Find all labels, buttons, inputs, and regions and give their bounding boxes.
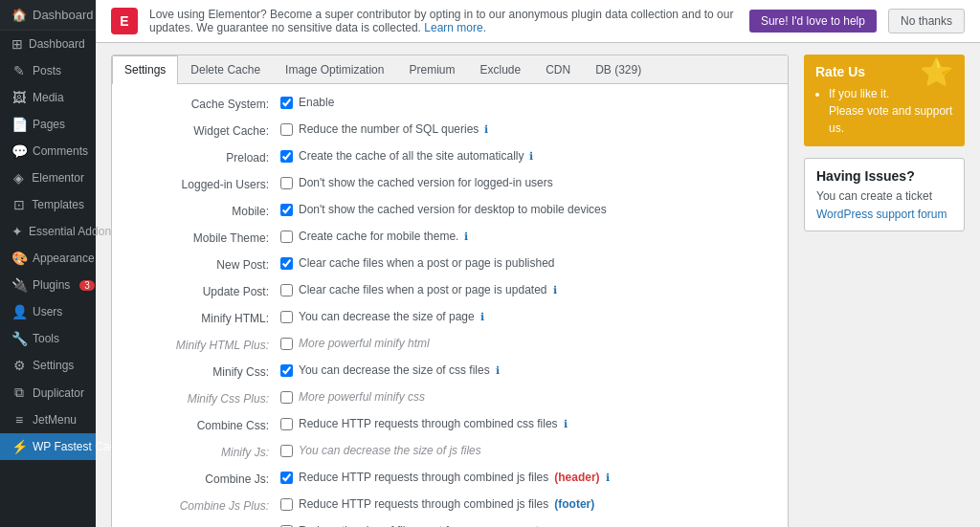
setting-desc: Clear cache files when a post or page is… bbox=[299, 283, 547, 296]
setting-label: Logged-in Users: bbox=[127, 176, 280, 191]
tab-db[interactable]: DB (329) bbox=[583, 55, 654, 83]
setting-row: Preload:Create the cache of all the site… bbox=[127, 149, 772, 170]
sidebar-item-posts[interactable]: ✎Posts bbox=[0, 57, 96, 84]
tab-delete-cache[interactable]: Delete Cache bbox=[178, 55, 273, 83]
essential-addons-icon: ✦ bbox=[11, 224, 23, 239]
setting-checkbox[interactable] bbox=[280, 472, 293, 484]
setting-checkbox[interactable] bbox=[280, 150, 293, 163]
setting-checkbox[interactable] bbox=[280, 284, 293, 296]
footer-tag: (footer) bbox=[554, 497, 594, 511]
setting-checkbox[interactable] bbox=[280, 257, 293, 270]
info-icon[interactable]: ℹ bbox=[480, 311, 484, 323]
notice-learn-more-link[interactable]: Learn more. bbox=[424, 21, 486, 34]
sidebar-item-comments[interactable]: 💬Comments bbox=[0, 138, 96, 165]
setting-checkbox[interactable] bbox=[280, 498, 293, 511]
sidebar-item-elementor[interactable]: ◈Elementor bbox=[0, 165, 96, 191]
notice-yes-button[interactable]: Sure! I'd love to help bbox=[749, 10, 877, 33]
setting-checkbox[interactable] bbox=[280, 418, 293, 430]
setting-label: Cache System: bbox=[127, 96, 280, 111]
sidebar-item-appearance[interactable]: 🎨Appearance bbox=[0, 245, 96, 272]
rate-star-icon: ⭐ bbox=[920, 56, 953, 88]
setting-desc: Reduce the number of SQL queries bbox=[299, 122, 479, 136]
right-sidebar: Rate Us ⭐ If you like it. Please vote an… bbox=[804, 55, 965, 527]
setting-row: Combine Css:Reduce HTTP requests through… bbox=[127, 417, 772, 438]
sidebar-item-wp-fastest-cache[interactable]: ⚡WP Fastest Cache bbox=[0, 433, 96, 460]
setting-desc: Enable bbox=[299, 96, 334, 109]
sidebar-item-label: Posts bbox=[33, 64, 61, 77]
media-icon: 🖼 bbox=[11, 90, 27, 105]
sidebar-logo-label: Dashboard bbox=[33, 8, 94, 22]
setting-label: Minify HTML: bbox=[127, 310, 280, 325]
issues-box-link[interactable]: WordPress support forum bbox=[816, 208, 947, 221]
setting-row: Widget Cache:Reduce the number of SQL qu… bbox=[127, 122, 772, 143]
setting-label: Combine Js: bbox=[127, 471, 280, 486]
sidebar-item-jetmenu[interactable]: ≡JetMenu bbox=[0, 406, 96, 433]
setting-desc: You can decrease the size of css files bbox=[299, 363, 490, 377]
setting-checkbox[interactable] bbox=[280, 338, 293, 350]
sidebar-items: ⊞Dashboard✎Posts🖼Media📄Pages💬Comments◈El… bbox=[0, 31, 96, 460]
sidebar-item-duplicator[interactable]: ⧉Duplicator bbox=[0, 379, 96, 406]
rate-box-text: If you like it. Please vote and support … bbox=[829, 85, 953, 137]
setting-row: Minify Css Plus:More powerful minify css bbox=[127, 390, 772, 411]
sidebar-item-settings[interactable]: ⚙Settings bbox=[0, 352, 96, 379]
info-icon[interactable]: ℹ bbox=[529, 150, 533, 163]
sidebar-item-users[interactable]: 👤Users bbox=[0, 298, 96, 325]
sidebar-item-label: Pages bbox=[33, 118, 65, 131]
setting-desc: More powerful minify html bbox=[299, 337, 430, 350]
notice-no-button[interactable]: No thanks bbox=[888, 9, 965, 33]
setting-control: Don't show the cached version for logged… bbox=[280, 176, 772, 189]
setting-control: Clear cache files when a post or page is… bbox=[280, 283, 772, 296]
setting-checkbox[interactable] bbox=[280, 177, 293, 189]
sidebar-item-templates[interactable]: ⊡Templates bbox=[0, 191, 96, 218]
setting-control: Create the cache of all the site automat… bbox=[280, 149, 772, 163]
setting-label: Update Post: bbox=[127, 283, 280, 298]
tab-settings[interactable]: Settings bbox=[112, 55, 178, 84]
setting-control: Reduce HTTP requests through combined js… bbox=[280, 497, 772, 511]
setting-row: Mobile:Don't show the cached version for… bbox=[127, 203, 772, 224]
setting-checkbox[interactable] bbox=[280, 445, 293, 457]
sidebar-item-label: JetMenu bbox=[33, 413, 77, 427]
info-icon[interactable]: ℹ bbox=[553, 284, 557, 296]
setting-desc: Create cache for mobile theme. bbox=[299, 230, 458, 243]
setting-checkbox[interactable] bbox=[280, 231, 293, 243]
setting-desc: You can decrease the size of page bbox=[299, 310, 475, 323]
setting-checkbox[interactable] bbox=[280, 391, 293, 404]
sidebar-item-tools[interactable]: 🔧Tools bbox=[0, 325, 96, 352]
setting-row: New Post:Clear cache files when a post o… bbox=[127, 256, 772, 277]
setting-control: You can decrease the size of js files bbox=[280, 444, 772, 457]
tab-cdn[interactable]: CDN bbox=[533, 55, 583, 83]
comments-icon: 💬 bbox=[11, 143, 27, 159]
sidebar-item-media[interactable]: 🖼Media bbox=[0, 84, 96, 111]
setting-desc: Create the cache of all the site automat… bbox=[299, 149, 523, 163]
setting-row: Minify HTML Plus:More powerful minify ht… bbox=[127, 337, 772, 358]
tab-exclude[interactable]: Exclude bbox=[467, 55, 533, 83]
setting-checkbox[interactable] bbox=[280, 204, 293, 216]
setting-checkbox[interactable] bbox=[280, 123, 293, 136]
setting-desc: Don't show the cached version for logged… bbox=[299, 176, 553, 189]
tab-image-optimization[interactable]: Image Optimization bbox=[273, 55, 396, 83]
setting-label: Minify Css Plus: bbox=[127, 390, 280, 406]
settings-icon: ⚙ bbox=[11, 358, 27, 373]
info-icon[interactable]: ℹ bbox=[564, 418, 568, 430]
sidebar-item-label: Appearance bbox=[33, 252, 95, 265]
setting-control: Clear cache files when a post or page is… bbox=[280, 256, 772, 270]
sidebar-item-label: Dashboard bbox=[29, 37, 85, 51]
settings-body: Cache System:EnableWidget Cache:Reduce t… bbox=[112, 84, 788, 527]
info-icon[interactable]: ℹ bbox=[484, 123, 488, 136]
sidebar-logo[interactable]: 🏠 Dashboard bbox=[0, 0, 96, 31]
sidebar-item-essential-addons[interactable]: ✦Essential Addons bbox=[0, 218, 96, 245]
setting-checkbox[interactable] bbox=[280, 311, 293, 323]
setting-control: More powerful minify css bbox=[280, 390, 772, 404]
sidebar-item-dashboard[interactable]: ⊞Dashboard bbox=[0, 31, 96, 57]
sidebar-item-label: Comments bbox=[33, 144, 88, 158]
setting-checkbox[interactable] bbox=[280, 364, 293, 377]
setting-label: Minify Js: bbox=[127, 444, 280, 459]
tab-premium[interactable]: Premium bbox=[396, 55, 467, 83]
info-icon[interactable]: ℹ bbox=[464, 231, 468, 243]
setting-checkbox[interactable] bbox=[280, 97, 293, 109]
info-icon[interactable]: ℹ bbox=[496, 364, 500, 377]
sidebar-item-pages[interactable]: 📄Pages bbox=[0, 111, 96, 138]
sidebar-item-plugins[interactable]: 🔌Plugins3 bbox=[0, 272, 96, 298]
setting-desc: You can decrease the size of js files bbox=[299, 444, 481, 457]
info-icon[interactable]: ℹ bbox=[606, 472, 610, 484]
